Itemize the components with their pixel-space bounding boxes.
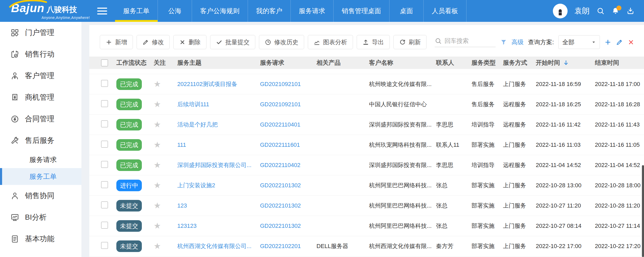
column-header-end-time[interactable]: 结束时间 xyxy=(595,59,644,67)
row-checkbox[interactable] xyxy=(101,201,108,208)
request-link[interactable]: GD2022102201 xyxy=(260,243,301,249)
sidebar-item[interactable]: 服务请求 xyxy=(0,151,81,168)
column-header-request[interactable]: 服务请求 xyxy=(260,59,316,67)
search-box[interactable] xyxy=(435,37,496,47)
toolbar-button[interactable]: 图表分析 xyxy=(308,35,353,49)
sort-desc-icon[interactable] xyxy=(563,59,569,66)
sidebar-item[interactable]: 服务工单 xyxy=(0,168,81,185)
toolbar-button[interactable]: 删除 xyxy=(173,35,206,49)
table-search-input[interactable] xyxy=(445,37,492,44)
request-link[interactable]: GD2022110402 xyxy=(260,162,300,168)
star-icon[interactable]: ★ xyxy=(154,80,161,88)
subject-link[interactable]: 111 xyxy=(177,142,186,148)
column-header-follow[interactable]: 关注 xyxy=(154,59,177,67)
toolbar-button[interactable]: 批量提交 xyxy=(210,35,255,49)
row-checkbox[interactable] xyxy=(101,141,108,148)
star-icon[interactable]: ★ xyxy=(154,161,161,169)
vertical-scrollbar[interactable] xyxy=(642,165,644,257)
edit-plan-icon[interactable] xyxy=(616,39,623,46)
sidebar-item[interactable]: 商机管理 xyxy=(0,87,81,108)
nav-tab[interactable]: 客户公海规则 xyxy=(192,0,248,22)
subject-link[interactable]: 上门安装设施2 xyxy=(177,182,215,189)
column-header-customer[interactable]: 客户名称 xyxy=(369,59,436,67)
table-row[interactable]: 已完成 ★ 后续培训111 GD2021092101 中国人民银行征信中心 售后… xyxy=(89,94,644,115)
star-icon[interactable]: ★ xyxy=(154,100,161,109)
request-link[interactable]: GD2021092101 xyxy=(260,81,301,87)
nav-tab[interactable]: 服务工单 xyxy=(115,0,158,22)
star-icon[interactable]: ★ xyxy=(154,120,161,129)
request-link[interactable]: GD2022111601 xyxy=(260,142,300,148)
table-row[interactable]: 未提交 ★ 杭州西湖文化传媒有限公司... GD2022102201 DELL服… xyxy=(89,236,644,256)
username[interactable]: 袁朗 xyxy=(574,6,590,16)
row-checkbox[interactable] xyxy=(101,80,108,87)
column-header-type[interactable]: 服务类型 xyxy=(471,59,503,67)
avatar[interactable] xyxy=(553,4,568,18)
sidebar-item[interactable]: BI分析 xyxy=(0,206,81,228)
toolbar-button[interactable]: 修改 xyxy=(137,35,170,49)
nav-tab[interactable]: 销售管理桌面 xyxy=(334,0,389,22)
column-header-status[interactable]: 工作流状态 xyxy=(116,59,154,67)
star-icon[interactable]: ★ xyxy=(154,242,161,250)
download-icon[interactable] xyxy=(626,7,635,15)
row-checkbox[interactable] xyxy=(101,100,108,107)
sidebar-item[interactable]: 门户管理 xyxy=(0,22,81,43)
request-link[interactable]: GD2022101302 xyxy=(260,202,301,209)
sidebar-item[interactable]: 销售协同 xyxy=(0,185,81,206)
subject-link[interactable]: 杭州西湖文化传媒有限公司... xyxy=(177,243,251,249)
request-link[interactable]: GD2022101302 xyxy=(260,182,301,189)
row-checkbox[interactable] xyxy=(101,181,108,188)
column-header-product[interactable]: 相关产品 xyxy=(316,59,369,67)
add-plan-icon[interactable] xyxy=(604,39,611,46)
subject-link[interactable]: 活动是个好几把 xyxy=(177,121,218,128)
app-logo[interactable]: Bajun 八骏科技 Anyone,Anytime,Anywhere! xyxy=(11,2,90,20)
row-checkbox[interactable] xyxy=(101,120,108,127)
table-row[interactable]: 已完成 ★ 20221102测试项目报备 GD2021092101 杭州映途文化… xyxy=(89,74,644,94)
star-icon[interactable]: ★ xyxy=(154,181,161,190)
row-checkbox[interactable] xyxy=(101,222,108,229)
select-all-checkbox[interactable] xyxy=(101,59,108,66)
subject-link[interactable]: 123 xyxy=(177,202,187,209)
subject-link[interactable]: 20221102测试项目报备 xyxy=(177,81,237,87)
row-checkbox[interactable] xyxy=(101,242,108,249)
toolbar-button[interactable]: 导出 xyxy=(357,35,390,49)
filter-funnel-icon[interactable] xyxy=(500,39,507,46)
column-header-subject[interactable]: 服务主题 xyxy=(177,59,260,67)
table-row[interactable]: 未提交 ★ 123123 GD2022101302 杭州阿里巴巴网络科技... … xyxy=(89,216,644,236)
star-icon[interactable]: ★ xyxy=(154,201,161,210)
subject-link[interactable]: 深圳盛邦国际投资有限公司... xyxy=(177,162,251,168)
column-header-contact[interactable]: 联系人 xyxy=(436,59,471,67)
nav-tab[interactable]: 公海 xyxy=(158,0,192,22)
sidebar-item[interactable]: 基本功能 xyxy=(0,228,81,250)
delete-plan-icon[interactable] xyxy=(627,39,635,46)
request-link[interactable]: GD2022101302 xyxy=(260,223,301,229)
toolbar-button[interactable]: 刷新 xyxy=(393,35,427,49)
subject-link[interactable]: 123123 xyxy=(177,223,196,229)
table-row[interactable]: 已完成 ★ 深圳盛邦国际投资有限公司... GD2022110402 深圳盛邦国… xyxy=(89,155,644,175)
star-icon[interactable]: ★ xyxy=(154,141,161,149)
nav-tab[interactable]: 我的客户 xyxy=(248,0,291,22)
query-plan-select[interactable]: 全部 xyxy=(558,35,600,49)
request-link[interactable]: GD2021092101 xyxy=(260,101,301,108)
global-search-icon[interactable] xyxy=(596,7,605,15)
sidebar-item[interactable]: 合同管理 xyxy=(0,108,81,130)
table-row[interactable]: 进行中 ★ 上门安装设施2 GD2022101302 杭州阿里巴巴网络科技...… xyxy=(89,175,644,196)
toolbar-button[interactable]: 新增 xyxy=(100,35,133,49)
toolbar-button[interactable]: 修改历史 xyxy=(259,35,304,49)
sidebar-item[interactable]: 客户管理 xyxy=(0,65,81,87)
advanced-search-link[interactable]: 高级 xyxy=(512,38,524,46)
nav-tab[interactable]: 人员看板 xyxy=(424,0,466,22)
star-icon[interactable]: ★ xyxy=(154,222,161,230)
column-header-method[interactable]: 服务方式 xyxy=(503,59,536,67)
table-row[interactable]: 未提交 ★ 123 GD2022101302 杭州阿里巴巴网络科技... 张总 … xyxy=(89,196,644,216)
table-row[interactable]: 已完成 ★ 111 GD2022111601 杭州玖宠网络科技有限... 联系人… xyxy=(89,135,644,155)
column-header-start-time[interactable]: 开始时间 xyxy=(536,59,595,67)
table-row[interactable]: 已完成 ★ 活动是个好几把 GD2022110401 深圳盛邦国际投资有限...… xyxy=(89,115,644,135)
sidebar-item[interactable]: 销售行动 xyxy=(0,43,81,65)
request-link[interactable]: GD2022110401 xyxy=(260,121,300,128)
row-checkbox[interactable] xyxy=(101,161,108,168)
subject-link[interactable]: 后续培训111 xyxy=(177,101,209,108)
menu-toggle-icon[interactable] xyxy=(97,6,107,16)
nav-tab[interactable]: 服务请求 xyxy=(291,0,334,22)
nav-tab[interactable]: 桌面 xyxy=(389,0,424,22)
notifications-bell-icon[interactable] xyxy=(611,7,620,15)
